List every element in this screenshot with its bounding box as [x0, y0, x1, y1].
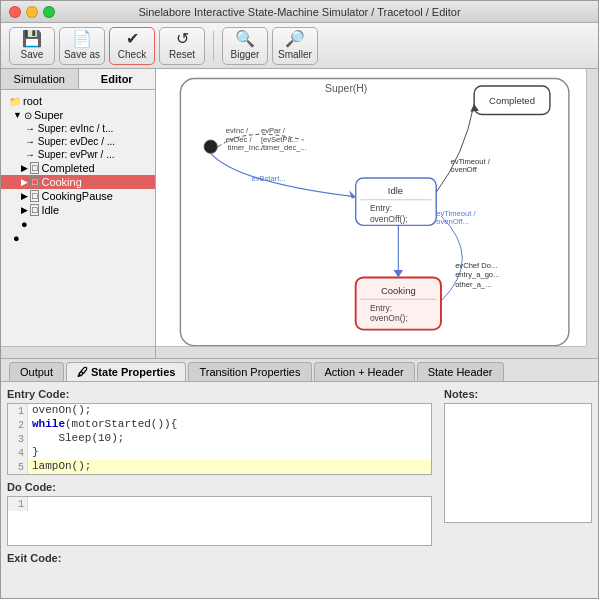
svg-text:ovenOff: ovenOff — [450, 165, 477, 174]
svg-text:Entry:: Entry: — [370, 303, 392, 313]
left-panel-scrollbar-h[interactable] — [1, 346, 155, 358]
svg-text:evBstart...: evBstart... — [251, 174, 285, 183]
svg-text:Entry:: Entry: — [370, 203, 392, 213]
maximize-button[interactable] — [43, 6, 55, 18]
tab-action-header[interactable]: Action + Header — [314, 362, 415, 381]
do-code-section: Do Code: 1 — [7, 481, 432, 546]
tree-item-completed[interactable]: ▶ □ Completed — [1, 161, 155, 175]
code-area: Entry Code: 1 ovenOn(); 2 while(motorSta… — [1, 382, 438, 598]
minimize-button[interactable] — [26, 6, 38, 18]
svg-text:Completed: Completed — [489, 95, 535, 106]
smaller-button[interactable]: 🔎 Smaller — [272, 27, 318, 65]
save-as-icon: 📄 — [72, 31, 92, 47]
svg-text:/timer_dec_...: /timer_dec_... — [261, 143, 307, 152]
toolbar: 💾 Save 📄 Save as ✔ Check ↺ Reset 🔍 Bigge… — [1, 23, 598, 69]
traffic-lights — [9, 6, 55, 18]
smaller-icon: 🔎 — [285, 31, 305, 47]
save-icon: 💾 — [22, 31, 42, 47]
do-code-editor[interactable]: 1 — [7, 496, 432, 546]
code-line: 1 — [8, 497, 431, 511]
entry-code-section: Entry Code: 1 ovenOn(); 2 while(motorSta… — [7, 388, 432, 475]
code-line: 4 } — [8, 446, 431, 460]
bottom-content: Entry Code: 1 ovenOn(); 2 while(motorSta… — [1, 382, 598, 598]
tab-state-properties[interactable]: 🖊State Properties — [66, 362, 186, 381]
tab-state-header[interactable]: State Header — [417, 362, 504, 381]
toolbar-separator — [213, 31, 214, 61]
tree-area[interactable]: 📁 root ▼ ⊙ Super → Super: evInc / t... — [1, 90, 155, 346]
canvas-scrollbar-v[interactable] — [586, 69, 598, 346]
main-window: Sinelabore Interactive State-Machine Sim… — [0, 0, 599, 599]
tree-item-super-evinc[interactable]: → Super: evInc / t... — [1, 122, 155, 135]
window-title: Sinelabore Interactive State-Machine Sim… — [138, 6, 460, 18]
main-area: Simulation Editor 📁 root ▼ ⊙ Su — [1, 69, 598, 358]
tree-item-idle[interactable]: ▶ □ Idle — [1, 203, 155, 217]
state-diagram: Super(H) Completed Idle Entry: ovenOff()… — [156, 69, 598, 358]
title-bar: Sinelabore Interactive State-Machine Sim… — [1, 1, 598, 23]
notes-label: Notes: — [444, 388, 592, 400]
svg-text:entry_a_go...: entry_a_go... — [455, 270, 499, 279]
tree-item-cookingpause[interactable]: ▶ □ CookingPause — [1, 189, 155, 203]
reset-icon: ↺ — [176, 31, 189, 47]
svg-text:Cooking: Cooking — [381, 285, 416, 296]
tab-output[interactable]: Output — [9, 362, 64, 381]
svg-text:ovenOn();: ovenOn(); — [370, 313, 408, 323]
svg-text:evChef Do...: evChef Do... — [455, 261, 497, 270]
svg-text:ovenOff();: ovenOff(); — [370, 214, 408, 224]
notes-editor[interactable] — [444, 403, 592, 523]
code-line: 1 ovenOn(); — [8, 404, 431, 418]
save-button[interactable]: 💾 Save — [9, 27, 55, 65]
tree-item-root[interactable]: 📁 root — [1, 94, 155, 108]
exit-code-section: Exit Code: — [7, 552, 432, 567]
bottom-panel: Output 🖊State Properties Transition Prop… — [1, 358, 598, 598]
canvas-area[interactable]: Super(H) Completed Idle Entry: ovenOff()… — [156, 69, 598, 358]
svg-text:Super(H): Super(H) — [325, 83, 367, 94]
reset-button[interactable]: ↺ Reset — [159, 27, 205, 65]
svg-text:timer_Inc...: timer_Inc... — [228, 143, 265, 152]
bigger-icon: 🔍 — [235, 31, 255, 47]
svg-point-4 — [204, 140, 217, 153]
exit-code-label: Exit Code: — [7, 552, 432, 564]
tree-item-initial-2[interactable]: ● — [1, 231, 155, 245]
tree-item-super[interactable]: ▼ ⊙ Super — [1, 108, 155, 122]
tree-item-cooking[interactable]: ▶ □ Cooking — [1, 175, 155, 189]
tree-item-initial-1[interactable]: ● — [1, 217, 155, 231]
close-button[interactable] — [9, 6, 21, 18]
code-line: 2 while(motorStarted()){ — [8, 418, 431, 432]
svg-text:other_a_...: other_a_... — [455, 280, 491, 289]
save-as-button[interactable]: 📄 Save as — [59, 27, 105, 65]
check-icon: ✔ — [126, 31, 139, 47]
code-line-highlighted: 5 lampOn(); — [8, 460, 431, 474]
tab-simulation[interactable]: Simulation — [1, 69, 79, 89]
code-line: 3 Sleep(10); — [8, 432, 431, 446]
entry-code-editor[interactable]: 1 ovenOn(); 2 while(motorStarted()){ 3 S… — [7, 403, 432, 475]
notes-area: Notes: — [438, 382, 598, 598]
bigger-button[interactable]: 🔍 Bigger — [222, 27, 268, 65]
entry-code-label: Entry Code: — [7, 388, 432, 400]
left-panel: Simulation Editor 📁 root ▼ ⊙ Su — [1, 69, 156, 358]
tree-item-super-evdec[interactable]: → Super: evDec / ... — [1, 135, 155, 148]
state-properties-icon: 🖊 — [77, 366, 88, 378]
bottom-tabs: Output 🖊State Properties Transition Prop… — [1, 359, 598, 382]
svg-text:Idle: Idle — [388, 185, 403, 196]
svg-text:ovenOff...: ovenOff... — [436, 217, 469, 226]
check-button[interactable]: ✔ Check — [109, 27, 155, 65]
tree-item-super-evpwr[interactable]: → Super: evPwr / ... — [1, 148, 155, 161]
tab-transition-properties[interactable]: Transition Properties — [188, 362, 311, 381]
do-code-label: Do Code: — [7, 481, 432, 493]
tab-editor[interactable]: Editor — [79, 69, 156, 89]
canvas-scroll-corner — [586, 346, 598, 358]
panel-tabs: Simulation Editor — [1, 69, 155, 90]
canvas-scrollbar-h[interactable] — [156, 346, 586, 358]
